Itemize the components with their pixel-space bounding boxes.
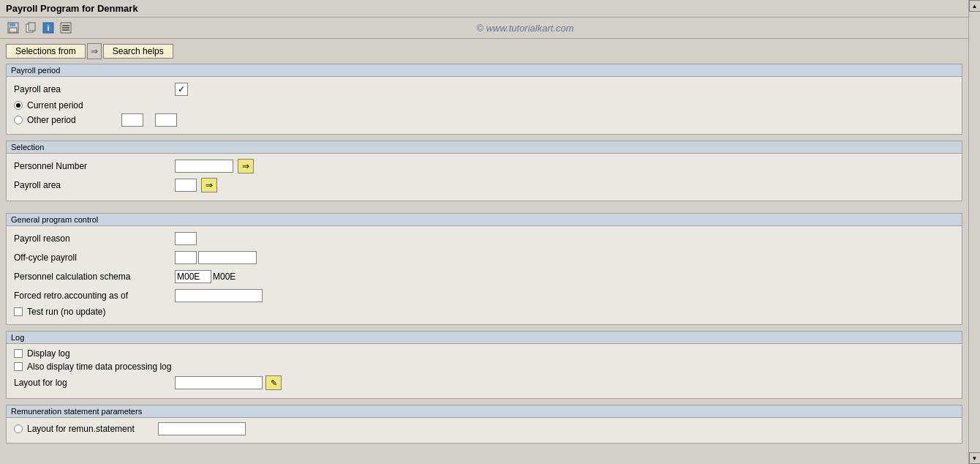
- spacer-1: [6, 207, 962, 213]
- info-icon[interactable]: i: [41, 20, 56, 35]
- test-run-row: Test run (no update): [14, 307, 954, 317]
- selection-header: Selection: [7, 141, 962, 154]
- layout-pencil-button[interactable]: ✎: [265, 375, 282, 390]
- main-content: Payroll period Payroll area ✓ Current pe…: [0, 64, 968, 455]
- payroll-reason-input[interactable]: [175, 232, 197, 245]
- forced-retro-input[interactable]: [175, 289, 263, 302]
- save-icon[interactable]: [6, 20, 20, 35]
- forced-retro-label: Forced retro.accounting as of: [14, 291, 175, 301]
- page-title: Payroll Program for Denmark: [6, 3, 138, 14]
- svg-rect-1: [10, 23, 15, 26]
- other-period-radio[interactable]: [14, 116, 23, 124]
- test-run-checkbox[interactable]: [14, 307, 23, 316]
- general-program-control-content: Payroll reason Off-cycle payroll Personn…: [7, 226, 962, 324]
- personnel-number-input[interactable]: [175, 160, 233, 173]
- selection-content: Personnel Number ⇒ Payroll area ⇒: [7, 154, 962, 201]
- personnel-number-label: Personnel Number: [14, 161, 175, 171]
- copy-icon[interactable]: [23, 20, 38, 35]
- layout-remun-row: Layout for remun.statement: [14, 422, 954, 435]
- payroll-area-row: Payroll area ✓: [14, 81, 954, 97]
- selections-from-button[interactable]: Selections from: [6, 44, 86, 59]
- general-program-control-header: General program control: [7, 214, 962, 226]
- scroll-up-button[interactable]: ▲: [969, 0, 981, 12]
- also-display-label: Also display time data processing log: [27, 362, 171, 372]
- scroll-down-button[interactable]: ▼: [969, 452, 981, 455]
- button-bar: Selections from ⇒ Search helps: [0, 39, 980, 64]
- current-period-radio[interactable]: [14, 101, 23, 110]
- off-cycle-payroll-row: Off-cycle payroll: [14, 250, 954, 266]
- personnel-calc-schema-value: M00E: [213, 272, 235, 282]
- arrow-right-icon[interactable]: ⇒: [87, 43, 102, 59]
- selection-section: Selection Personnel Number ⇒ Payroll are…: [6, 141, 962, 201]
- log-section: Log Display log Also display time data p…: [6, 331, 962, 399]
- svg-rect-4: [29, 23, 35, 31]
- search-helps-button[interactable]: Search helps: [103, 44, 173, 59]
- personnel-calc-schema-input[interactable]: [175, 270, 211, 283]
- log-header: Log: [7, 332, 962, 344]
- off-cycle-input2[interactable]: [198, 251, 257, 264]
- test-run-label: Test run (no update): [27, 307, 105, 317]
- selection-payroll-area-label: Payroll area: [14, 180, 175, 190]
- display-log-label: Display log: [27, 348, 70, 359]
- payroll-area-label: Payroll area: [14, 84, 175, 94]
- off-cycle-input1[interactable]: [175, 251, 197, 264]
- personnel-number-nav-button[interactable]: ⇒: [238, 159, 254, 173]
- other-period-row: Other period: [14, 113, 954, 127]
- other-period-label: Other period: [27, 115, 76, 125]
- payroll-period-content: Payroll area ✓ Current period Other peri…: [7, 77, 962, 134]
- scrollbar[interactable]: ▲ ▼: [968, 0, 980, 455]
- forced-retro-row: Forced retro.accounting as of: [14, 288, 954, 304]
- payroll-area-checkbox[interactable]: ✓: [175, 83, 188, 96]
- selection-payroll-area-input[interactable]: [175, 179, 197, 192]
- log-content: Display log Also display time data proce…: [7, 344, 962, 398]
- svg-rect-2: [10, 28, 17, 32]
- selection-payroll-area-nav-button[interactable]: ⇒: [201, 178, 217, 192]
- layout-for-log-input[interactable]: [175, 376, 263, 389]
- remuneration-section: Remuneration statement parameters Layout…: [6, 405, 962, 444]
- display-log-checkbox[interactable]: [14, 349, 23, 358]
- payroll-period-header: Payroll period: [7, 64, 962, 77]
- also-display-row: Also display time data processing log: [14, 362, 954, 372]
- current-period-label: Current period: [27, 100, 83, 111]
- remuneration-header: Remuneration statement parameters: [7, 405, 962, 418]
- personnel-calc-schema-label: Personnel calculation schema: [14, 272, 175, 282]
- layout-for-log-row: Layout for log ✎: [14, 375, 954, 391]
- payroll-reason-row: Payroll reason: [14, 231, 954, 247]
- personnel-number-row: Personnel Number ⇒: [14, 158, 954, 174]
- layout-remun-input[interactable]: [158, 422, 246, 435]
- svg-text:i: i: [47, 23, 49, 32]
- remuneration-content: Layout for remun.statement: [7, 418, 962, 443]
- toolbar: i © www.tutorialkart.com: [0, 18, 980, 39]
- config-icon[interactable]: [59, 20, 73, 35]
- layout-remun-label: Layout for remun.statement: [27, 424, 135, 434]
- also-display-checkbox[interactable]: [14, 362, 23, 371]
- personnel-calc-schema-row: Personnel calculation schema M00E: [14, 269, 954, 285]
- selection-payroll-area-row: Payroll area ⇒: [14, 177, 954, 193]
- payroll-reason-label: Payroll reason: [14, 233, 175, 244]
- other-period-input2[interactable]: [155, 113, 177, 127]
- off-cycle-payroll-label: Off-cycle payroll: [14, 252, 175, 263]
- title-bar: Payroll Program for Denmark: [0, 0, 980, 18]
- watermark: © www.tutorialkart.com: [76, 23, 974, 34]
- layout-remun-radio[interactable]: [14, 424, 23, 433]
- display-log-row: Display log: [14, 348, 954, 359]
- layout-for-log-label: Layout for log: [14, 378, 175, 388]
- payroll-period-section: Payroll period Payroll area ✓ Current pe…: [6, 64, 962, 135]
- general-program-control-section: General program control Payroll reason O…: [6, 213, 962, 325]
- other-period-input1[interactable]: [121, 113, 143, 127]
- current-period-row: Current period: [14, 100, 954, 111]
